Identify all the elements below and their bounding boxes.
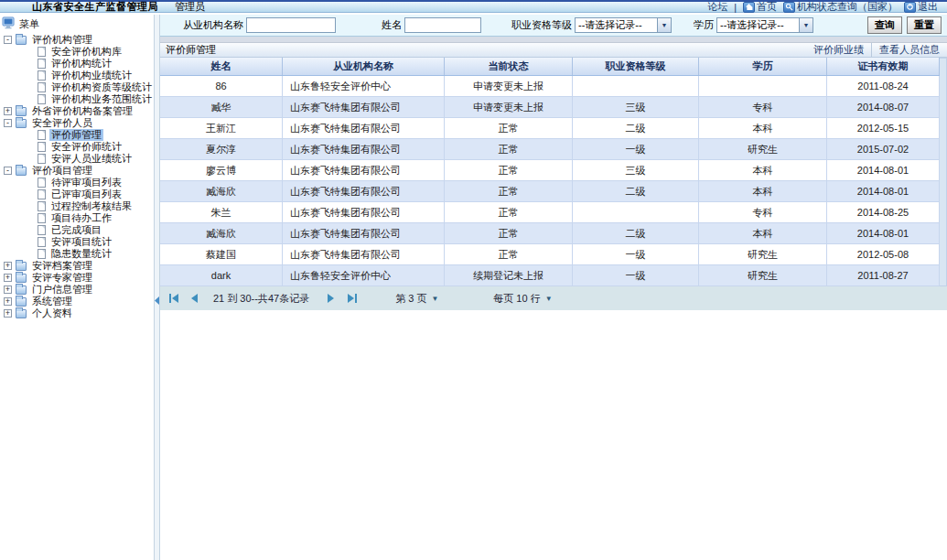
query-button[interactable]: 查询 [867,16,902,34]
tree-toggle[interactable]: + [4,297,12,306]
tree-toggle[interactable]: + [4,274,12,282]
tree-node-icon [38,213,46,223]
table-row[interactable]: 夏尔淳 山东赛飞特集团有限公司 正常 一级 研究生 2015-07-02 [160,139,940,160]
tree-toggle[interactable]: + [4,309,12,318]
tree-toggle[interactable]: - [4,36,12,44]
table-row[interactable]: 臧华 山东赛飞特集团有限公司 申请变更未上报 三级 专科 2014-08-07 [160,97,940,118]
sidebar-tree-item[interactable]: 评价师管理 [2,129,154,141]
person-name-input[interactable] [404,17,481,33]
cell-grade: 一级 [573,265,699,286]
tree-node-icon [38,237,46,247]
previous-page-icon[interactable] [188,294,200,303]
sidebar-tree-item[interactable]: + 系统管理 [2,296,154,307]
cell-grade: 二级 [573,118,699,139]
sidebar-tree-item[interactable]: + 外省评价机构备案管理 [2,105,154,117]
education-select[interactable]: --请选择记录-- ▼ [716,17,813,33]
sidebar-tree-item[interactable]: + 个人资料 [2,307,154,319]
divider-strip [160,37,947,43]
tree-item-label: 外省评价机构备案管理 [30,105,135,117]
sidebar-splitter[interactable] [154,15,160,560]
sidebar-tree-item[interactable]: 评价机构资质等级统计 [2,81,154,93]
cell-grade [573,76,699,97]
cell-cert-expiry: 2014-08-01 [827,160,940,181]
cell-organization: 山东鲁轻安全评价中心 [283,76,445,97]
tree-node-icon [16,274,27,283]
table-column-header[interactable]: 证书有效期 [827,58,940,75]
cell-grade: 一级 [573,139,699,160]
tree-item-label: 评价机构管理 [30,34,94,46]
sidebar-tree-item[interactable]: - 评价机构管理 [2,34,154,46]
sidebar-tree-item[interactable]: 安全评价师统计 [2,141,154,153]
tree-toggle[interactable]: - [4,167,12,175]
next-page-icon[interactable] [324,294,337,303]
app-title: 山东省安全生产监督管理局 [32,0,158,14]
grade-select-arrow-icon[interactable]: ▼ [657,18,671,32]
sidebar-tree-item[interactable]: 安评项目统计 [2,236,154,248]
sidebar-tree-item[interactable]: 隐患数量统计 [2,248,154,260]
tree-toggle[interactable]: + [4,262,12,270]
home-icon [743,2,755,13]
page-select[interactable]: 第 3 页 ▼ [395,292,438,306]
table-scrollbar-track[interactable] [940,58,947,286]
table-column-header[interactable]: 姓名 [160,58,283,75]
tree-toggle[interactable]: - [4,119,12,127]
grade-select[interactable]: --请选择记录-- ▼ [575,17,672,33]
reset-button[interactable]: 重置 [907,16,942,34]
education-select-arrow-icon[interactable]: ▼ [799,18,812,32]
page-size-select[interactable]: 每页 10 行 ▼ [493,292,552,306]
tree-node-icon [16,297,27,307]
table-row[interactable]: 王新江 山东赛飞特集团有限公司 正常 二级 本科 2012-05-15 [160,118,940,139]
cell-grade: 二级 [573,223,699,244]
home-link[interactable]: 首页 [743,0,777,14]
table-row[interactable]: 86 山东鲁轻安全评价中心 申请变更未上报 2011-08-24 [160,76,940,97]
forum-link[interactable]: 论坛 [707,0,727,14]
sidebar-tree-item[interactable]: 评价机构业绩统计 [2,70,154,81]
tree-item-label: 项目待办工作 [49,212,113,224]
sidebar-tree-item[interactable]: + 安评专家管理 [2,272,154,284]
education-select-value: --请选择记录-- [717,18,799,32]
table-column-header[interactable]: 职业资格等级 [573,58,699,75]
cell-cert-expiry: 2015-07-02 [827,139,940,160]
table-row[interactable]: 廖云博 山东赛飞特集团有限公司 正常 三级 本科 2014-08-01 [160,160,940,181]
table-row[interactable]: 臧海欣 山东赛飞特集团有限公司 正常 二级 本科 2014-08-01 [160,223,940,244]
sidebar-tree-item[interactable]: 过程控制考核结果 [2,200,154,212]
sidebar-tree-item[interactable]: 评价机构业务范围统计 [2,93,154,105]
sidebar-tree-item[interactable]: 安评人员业绩统计 [2,153,154,165]
monitor-icon [2,16,16,31]
view-person-info-link[interactable]: 查看人员信息 [871,43,947,57]
table-row[interactable]: dark 山东鲁轻安全评价中心 续期登记未上报 一级 研究生 2011-08-2… [160,265,940,286]
sidebar-tree-item[interactable]: + 门户信息管理 [2,284,154,296]
sidebar-tree-item[interactable]: + 安评档案管理 [2,260,154,272]
tree-toggle[interactable]: + [4,107,12,115]
cell-organization: 山东赛飞特集团有限公司 [283,202,445,223]
evaluator-performance-link[interactable]: 评价师业绩 [806,43,871,57]
sidebar-tree-item[interactable]: 已评审项目列表 [2,188,154,200]
org-status-query-link[interactable]: 机构状态查询（国家） [783,0,898,14]
table-row[interactable]: 臧海欣 山东赛飞特集团有限公司 正常 二级 本科 2014-08-01 [160,181,940,202]
splitter-collapse-handle[interactable] [155,285,159,316]
org-name-input[interactable] [246,17,336,33]
cell-grade: 一级 [573,244,699,265]
logout-link[interactable]: 退出 [904,0,938,14]
evaluator-table: 姓名从业机构名称当前状态职业资格等级学历证书有效期 86 山东鲁轻安全评价中心 … [160,58,947,286]
table-row[interactable]: 蔡建国 山东赛飞特集团有限公司 正常 一级 研究生 2012-05-08 [160,244,940,265]
last-page-icon[interactable] [346,294,359,303]
table-column-header[interactable]: 当前状态 [445,58,573,75]
table-row[interactable]: 朱兰 山东赛飞特集团有限公司 正常 专科 2014-08-25 [160,202,940,223]
sidebar-tree-item[interactable]: 项目待办工作 [2,212,154,224]
table-column-header[interactable]: 从业机构名称 [283,58,445,75]
tree-toggle[interactable]: + [4,285,12,294]
first-page-icon[interactable] [167,294,180,303]
sidebar-tree-item[interactable]: 已完成项目 [2,224,154,236]
sidebar-tree-item[interactable]: 评价机构统计 [2,58,154,70]
sidebar-tree-item[interactable]: 待评审项目列表 [2,177,154,188]
sidebar-tree-item[interactable]: - 评价项目管理 [2,165,154,177]
cell-cert-expiry: 2014-08-07 [827,97,940,118]
tree-item-label: 安全评价机构库 [49,46,124,58]
sidebar-tree-item[interactable]: - 安全评价人员 [2,117,154,129]
top-links: 论坛 | 首页 机构状态查询（国家） 退出 [707,0,938,14]
table-column-header[interactable]: 学历 [699,58,827,75]
cell-education: 研究生 [699,265,827,286]
sidebar-tree-item[interactable]: 安全评价机构库 [2,46,154,58]
tree-item-label: 系统管理 [30,296,74,307]
